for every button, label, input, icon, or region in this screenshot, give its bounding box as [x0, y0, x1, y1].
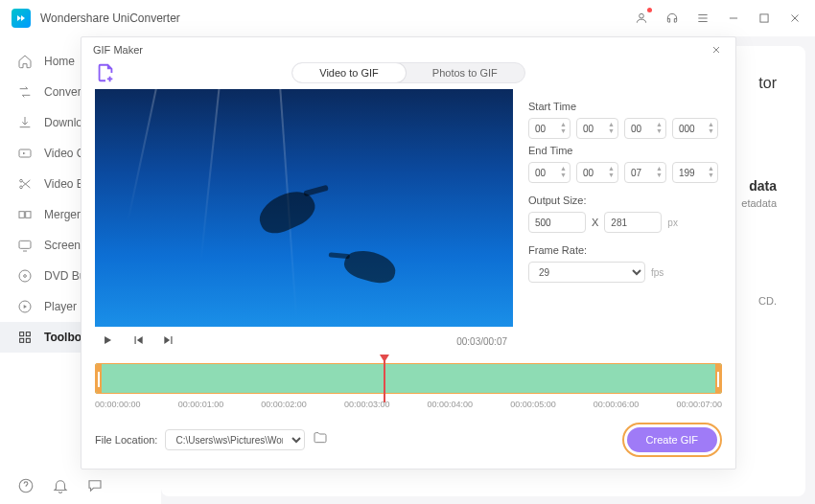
converter-icon: [17, 84, 33, 100]
next-frame-icon[interactable]: [162, 333, 177, 349]
add-file-icon[interactable]: [95, 62, 116, 83]
play-button-icon[interactable]: [101, 333, 116, 349]
create-gif-highlight: Create GIF: [622, 423, 722, 457]
timecode: 00:03/00:07: [456, 336, 507, 347]
trim-handle-right[interactable]: [715, 364, 721, 393]
svg-point-4: [20, 186, 23, 189]
start-ms-input[interactable]: ▲▼: [672, 118, 718, 139]
end-seconds-input[interactable]: ▲▼: [624, 162, 666, 183]
titlebar: Wondershare UniConverter: [0, 0, 815, 36]
sidebar-item-label: Merger: [44, 208, 81, 221]
tab-photos-to-gif[interactable]: Photos to GIF: [406, 63, 524, 82]
svg-rect-6: [26, 212, 31, 218]
create-gif-button[interactable]: Create GIF: [627, 427, 717, 452]
merger-icon: [17, 207, 33, 222]
output-sep: X: [592, 217, 598, 228]
modal-title: GIF Maker: [93, 44, 143, 56]
output-size-label: Output Size:: [528, 195, 722, 206]
svg-rect-11: [20, 332, 24, 336]
close-window-icon[interactable]: [786, 10, 803, 27]
output-height-input[interactable]: [604, 212, 662, 233]
svg-rect-13: [20, 338, 24, 342]
home-icon: [17, 54, 33, 69]
end-time-label: End Time: [528, 145, 722, 156]
file-location-label: File Location:: [95, 434, 157, 446]
svg-point-0: [640, 13, 644, 18]
gif-maker-modal: GIF Maker Video to GIF Photos to GIF 00:…: [81, 36, 736, 470]
disc-icon: [17, 268, 33, 284]
sidebar-item-label: Player: [44, 300, 77, 313]
frame-rate-select[interactable]: 29: [528, 262, 645, 283]
frame-rate-label: Frame Rate:: [528, 244, 722, 256]
svg-rect-14: [26, 338, 30, 342]
help-icon[interactable]: [17, 477, 35, 494]
end-minutes-input[interactable]: ▲▼: [576, 162, 618, 183]
svg-point-8: [19, 270, 31, 282]
play-icon: [17, 299, 33, 314]
svg-rect-5: [19, 212, 24, 218]
svg-rect-12: [26, 332, 30, 336]
minimize-icon[interactable]: [725, 10, 742, 27]
compressor-icon: [17, 146, 33, 161]
app-title: Wondershare UniConverter: [40, 11, 180, 25]
start-seconds-input[interactable]: ▲▼: [624, 118, 666, 139]
start-hours-input[interactable]: ▲▼: [528, 118, 570, 139]
download-icon: [17, 115, 33, 130]
prev-frame-icon[interactable]: [131, 333, 147, 349]
start-minutes-input[interactable]: ▲▼: [576, 118, 618, 139]
tab-switch: Video to GIF Photos to GIF: [291, 62, 524, 83]
feedback-icon[interactable]: [86, 477, 104, 494]
svg-point-9: [24, 275, 27, 278]
scissors-icon: [17, 176, 33, 192]
tab-video-to-gif[interactable]: Video to GIF: [292, 63, 406, 82]
video-preview[interactable]: [95, 89, 513, 327]
svg-rect-7: [19, 241, 31, 248]
menu-icon[interactable]: [694, 10, 711, 27]
recorder-icon: [17, 238, 33, 253]
maximize-icon[interactable]: [756, 10, 773, 27]
close-icon[interactable]: [709, 42, 724, 57]
playhead[interactable]: [384, 356, 385, 402]
account-icon[interactable]: [633, 10, 650, 27]
start-time-label: Start Time: [528, 101, 722, 112]
headset-icon[interactable]: [664, 10, 681, 27]
app-logo: [12, 9, 31, 28]
open-folder-icon[interactable]: [313, 430, 332, 449]
end-ms-input[interactable]: ▲▼: [672, 162, 718, 183]
fps-unit: fps: [651, 267, 664, 278]
end-hours-input[interactable]: ▲▼: [528, 162, 570, 183]
svg-point-3: [20, 179, 23, 182]
grid-icon: [17, 330, 33, 345]
trim-handle-left[interactable]: [96, 364, 102, 393]
file-location-select[interactable]: C:\Users\ws\Pictures\Wonders: [165, 429, 305, 450]
bell-icon[interactable]: [52, 477, 69, 494]
svg-rect-1: [760, 14, 768, 22]
px-unit: px: [667, 218, 678, 228]
output-width-input[interactable]: [528, 212, 586, 233]
timeline-ticks: 00:00:00:00 00:00:01:00 00:00:02:00 00:0…: [95, 400, 722, 409]
sidebar-item-label: Home: [44, 55, 75, 68]
timeline-track[interactable]: [95, 363, 722, 394]
